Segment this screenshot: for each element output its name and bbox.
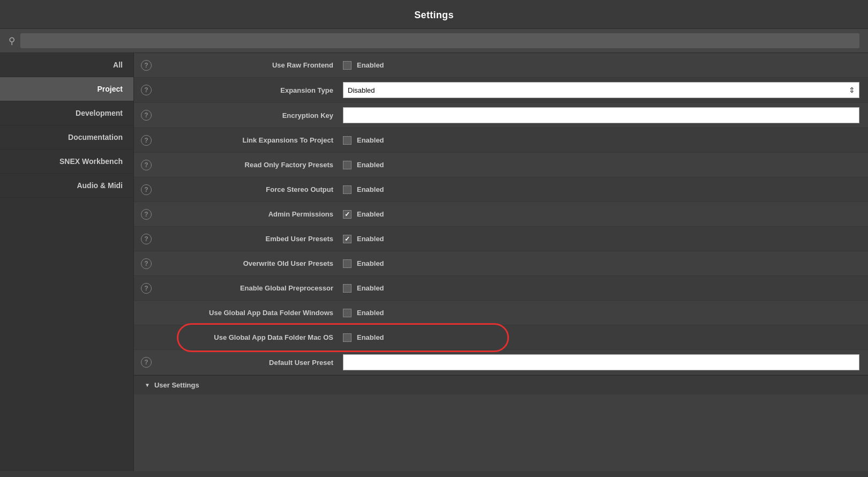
help-icon-encryption-key[interactable]: ?: [141, 110, 152, 121]
help-icon-admin-permissions[interactable]: ?: [141, 209, 152, 220]
checkbox-enable-global-preprocessor[interactable]: [343, 284, 351, 293]
label-enable-global-preprocessor: Enable Global Preprocessor: [159, 284, 341, 292]
help-col-overwrite-old-presets: ?: [134, 258, 159, 269]
search-icon: ⚲: [9, 35, 15, 47]
sidebar-item-all[interactable]: All: [0, 53, 133, 77]
help-col-default-user-preset: ?: [134, 357, 159, 368]
sidebar-item-snex-workbench[interactable]: SNEX Workbench: [0, 150, 133, 174]
settings-row-use-raw-frontend: ?Use Raw FrontendEnabled: [134, 53, 868, 78]
label-encryption-key: Encryption Key: [159, 111, 341, 120]
sidebar-item-audio-midi[interactable]: Audio & Midi: [0, 174, 133, 198]
dropdown-wrapper-expansion-type: DisabledEnabled⇕: [343, 82, 859, 98]
sidebar-item-development[interactable]: Development: [0, 101, 133, 125]
checkbox-embed-user-presets[interactable]: ✓: [343, 235, 351, 243]
help-col-encryption-key: ?: [134, 110, 159, 121]
search-bar: ⚲: [0, 29, 868, 53]
label-force-stereo: Force Stereo Output: [159, 185, 341, 193]
help-icon-enable-global-preprocessor[interactable]: ?: [141, 283, 152, 294]
control-col-global-app-data-macos: Enabled: [341, 329, 868, 346]
main-layout: All Project Development Documentation SN…: [0, 53, 868, 471]
control-col-default-user-preset: [341, 350, 868, 375]
dropdown-expansion-type[interactable]: DisabledEnabled: [343, 82, 859, 98]
help-col-embed-user-presets: ?: [134, 234, 159, 244]
enabled-label-overwrite-old-presets: Enabled: [357, 259, 384, 267]
control-col-force-stereo: Enabled: [341, 181, 868, 198]
help-col-expansion-type: ?: [134, 85, 159, 95]
control-col-read-only-factory: Enabled: [341, 156, 868, 174]
control-col-encryption-key: [341, 103, 868, 128]
label-default-user-preset: Default User Preset: [159, 359, 341, 367]
enabled-label-force-stereo: Enabled: [357, 185, 384, 193]
enabled-label-global-app-data-macos: Enabled: [357, 333, 384, 341]
enabled-label-link-expansions: Enabled: [357, 136, 384, 144]
control-col-global-app-data-windows: Enabled: [341, 304, 868, 322]
help-icon-force-stereo[interactable]: ?: [141, 184, 152, 195]
help-icon-expansion-type[interactable]: ?: [141, 85, 152, 95]
settings-row-link-expansions: ?Link Expansions To ProjectEnabled: [134, 128, 868, 153]
title-bar: Settings: [0, 0, 868, 29]
label-link-expansions: Link Expansions To Project: [159, 136, 341, 144]
control-col-link-expansions: Enabled: [341, 132, 868, 149]
settings-row-global-app-data-windows: Use Global App Data Folder WindowsEnable…: [134, 301, 868, 325]
checkbox-link-expansions[interactable]: [343, 136, 351, 145]
enabled-label-embed-user-presets: Enabled: [357, 235, 384, 243]
label-global-app-data-macos: Use Global App Data Folder Mac OS: [159, 333, 341, 341]
enabled-label-read-only-factory: Enabled: [357, 161, 384, 169]
enabled-label-global-app-data-windows: Enabled: [357, 309, 384, 317]
enabled-label-use-raw-frontend: Enabled: [357, 61, 384, 69]
label-use-raw-frontend: Use Raw Frontend: [159, 61, 341, 69]
settings-row-read-only-factory: ?Read Only Factory PresetsEnabled: [134, 153, 868, 177]
help-icon-read-only-factory[interactable]: ?: [141, 160, 152, 170]
enabled-label-admin-permissions: Enabled: [357, 210, 384, 218]
settings-row-expansion-type: ?Expansion TypeDisabledEnabled⇕: [134, 78, 868, 103]
label-global-app-data-windows: Use Global App Data Folder Windows: [159, 309, 341, 317]
checkbox-read-only-factory[interactable]: [343, 161, 351, 169]
control-col-expansion-type: DisabledEnabled⇕: [341, 78, 868, 102]
settings-row-embed-user-presets: ?Embed User Presets✓Enabled: [134, 227, 868, 251]
search-input[interactable]: [20, 33, 859, 48]
help-col-use-raw-frontend: ?: [134, 60, 159, 71]
help-col-force-stereo: ?: [134, 184, 159, 195]
sidebar-item-documentation[interactable]: Documentation: [0, 125, 133, 150]
help-icon-embed-user-presets[interactable]: ?: [141, 234, 152, 244]
settings-row-encryption-key: ?Encryption Key: [134, 103, 868, 128]
settings-row-overwrite-old-presets: ?Overwrite Old User PresetsEnabled: [134, 251, 868, 276]
settings-row-enable-global-preprocessor: ?Enable Global PreprocessorEnabled: [134, 276, 868, 301]
control-col-admin-permissions: ✓Enabled: [341, 206, 868, 223]
label-read-only-factory: Read Only Factory Presets: [159, 161, 341, 169]
checkbox-admin-permissions[interactable]: ✓: [343, 210, 351, 219]
label-overwrite-old-presets: Overwrite Old User Presets: [159, 259, 341, 267]
content-area: ?Use Raw FrontendEnabled?Expansion TypeD…: [134, 53, 868, 471]
help-icon-link-expansions[interactable]: ?: [141, 135, 152, 146]
footer-label: User Settings: [154, 381, 199, 389]
label-expansion-type: Expansion Type: [159, 86, 341, 94]
checkbox-force-stereo[interactable]: [343, 185, 351, 194]
help-col-enable-global-preprocessor: ?: [134, 283, 159, 294]
label-embed-user-presets: Embed User Presets: [159, 235, 341, 243]
help-col-link-expansions: ?: [134, 135, 159, 146]
label-admin-permissions: Admin Permissions: [159, 210, 341, 218]
text-input-encryption-key[interactable]: [343, 107, 859, 123]
checkbox-global-app-data-macos[interactable]: [343, 333, 351, 342]
control-col-enable-global-preprocessor: Enabled: [341, 280, 868, 297]
checkbox-overwrite-old-presets[interactable]: [343, 259, 351, 268]
help-icon-default-user-preset[interactable]: ?: [141, 357, 152, 368]
checkbox-use-raw-frontend[interactable]: [343, 61, 351, 70]
checkbox-global-app-data-windows[interactable]: [343, 309, 351, 317]
control-col-use-raw-frontend: Enabled: [341, 57, 868, 74]
settings-row-force-stereo: ?Force Stereo OutputEnabled: [134, 177, 868, 202]
sidebar-item-project[interactable]: Project: [0, 77, 133, 101]
help-col-read-only-factory: ?: [134, 160, 159, 170]
text-input-default-user-preset[interactable]: [343, 354, 859, 370]
control-col-embed-user-presets: ✓Enabled: [341, 230, 868, 248]
control-col-overwrite-old-presets: Enabled: [341, 255, 868, 272]
page-title: Settings: [0, 10, 868, 21]
help-col-admin-permissions: ?: [134, 209, 159, 220]
help-icon-use-raw-frontend[interactable]: ?: [141, 60, 152, 71]
help-icon-overwrite-old-presets[interactable]: ?: [141, 258, 152, 269]
settings-row-default-user-preset: ?Default User Preset: [134, 350, 868, 375]
settings-row-admin-permissions: ?Admin Permissions✓Enabled: [134, 202, 868, 227]
sidebar: All Project Development Documentation SN…: [0, 53, 134, 471]
enabled-label-enable-global-preprocessor: Enabled: [357, 284, 384, 292]
triangle-icon: ▼: [145, 382, 150, 388]
